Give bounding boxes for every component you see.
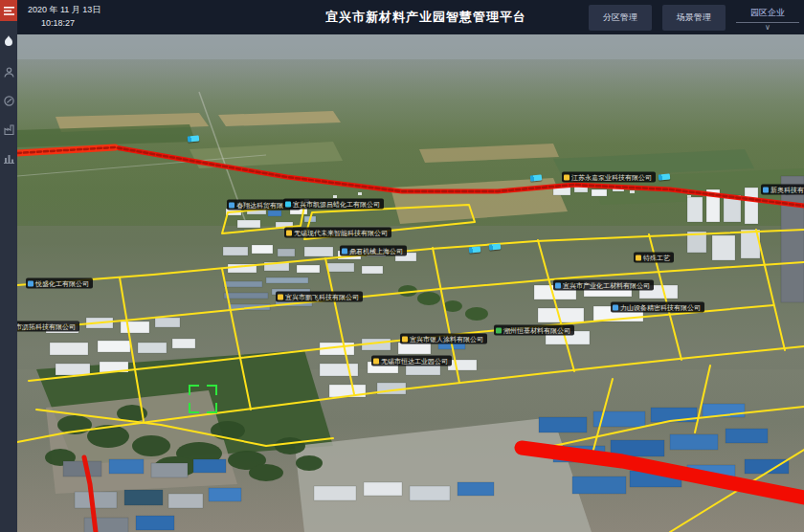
company-map-label[interactable]: 宜兴市产业化工材料有限公司 — [553, 280, 654, 291]
factory-icon — [4, 124, 14, 135]
company-label-text: 宜兴市鹏飞科技有限公司 — [285, 294, 359, 300]
hamburger-menu-button[interactable] — [0, 0, 17, 21]
app-window: 2020 年 11 月 13日 10:18:27 宜兴市新材料产业园智慧管理平台… — [0, 0, 804, 532]
company-map-label[interactable]: 无锡现代未来智能科技有限公司 — [284, 228, 391, 238]
map-terrain — [17, 34, 804, 532]
truck-icon[interactable] — [188, 135, 200, 142]
company-map-label[interactable]: 力山设备精密科技有限公司 — [611, 302, 704, 313]
company-marker-icon — [28, 280, 34, 286]
truck-icon[interactable] — [489, 243, 502, 250]
company-map-label[interactable]: 宜兴市凯源昌蜡化工有限公司 — [283, 199, 384, 210]
company-marker-icon — [496, 327, 502, 333]
company-label-text: 无锡现代未来智能科技有限公司 — [294, 230, 388, 236]
company-map-label[interactable]: 新奥科技有限公司 — [761, 185, 804, 195]
company-map-label[interactable]: 鼎君机械上海公司 — [340, 246, 407, 256]
company-marker-icon — [763, 187, 769, 192]
left-toolbar — [0, 0, 17, 532]
top-header: 2020 年 11 月 13日 10:18:27 宜兴市新材料产业园智慧管理平台… — [17, 0, 804, 34]
company-marker-icon — [402, 336, 408, 342]
company-marker-icon — [286, 230, 292, 235]
company-marker-icon — [555, 282, 561, 288]
alarm-tool-button[interactable] — [0, 29, 17, 54]
zone-management-button[interactable]: 分区管理 — [589, 5, 652, 31]
company-marker-icon — [278, 294, 283, 299]
hamburger-icon — [4, 2, 14, 19]
company-label-text: 悦盛化工有限公司 — [35, 280, 89, 287]
gauge-icon — [4, 96, 14, 106]
company-label-text: 市沥拓科技有限公司 — [17, 323, 76, 330]
company-marker-icon — [564, 174, 570, 180]
bracket-corner — [207, 403, 217, 413]
company-label-text: 宜兴市产业化工材料有限公司 — [563, 282, 650, 289]
company-map-label[interactable]: 宜兴市鹏飞科技有限公司 — [276, 292, 363, 302]
company-map-label[interactable]: 无锡市恒达工业园公司 — [371, 356, 452, 366]
company-map-label[interactable]: 江苏永嘉泵业科技有限公司 — [562, 172, 656, 183]
selection-bracket — [189, 385, 217, 413]
company-map-label[interactable]: 潮州恒基材料有限公司 — [494, 325, 574, 336]
flame-icon — [4, 35, 13, 47]
statistics-tool-button[interactable] — [0, 145, 17, 170]
company-label-text: 宜兴市银人涂料有限公司 — [410, 336, 483, 343]
company-marker-icon — [342, 248, 347, 254]
company-label-text: 力山设备精密科技有限公司 — [620, 304, 701, 311]
header-actions: 分区管理 场景管理 园区企业 ∨ — [589, 5, 799, 33]
company-label-text: 特殊工艺 — [643, 255, 670, 261]
truck-icon[interactable] — [659, 173, 671, 180]
map-3d-scene[interactable]: 春翔达科贸有限公司宜兴市凯源昌蜡化工有限公司无锡现代未来智能科技有限公司鼎君机械… — [17, 34, 804, 532]
company-map-label[interactable]: 宜兴市银人涂料有限公司 — [400, 334, 487, 344]
company-marker-icon — [613, 304, 618, 310]
dropdown-label: 园区企业 — [736, 7, 799, 23]
personnel-tool-button[interactable] — [0, 59, 17, 84]
company-label-text: 无锡市恒达工业园公司 — [381, 358, 448, 365]
bar-chart-icon — [4, 153, 14, 164]
bracket-corner — [189, 403, 199, 413]
company-marker-icon — [285, 201, 291, 207]
enterprise-tool-button[interactable] — [0, 117, 17, 142]
company-label-text: 鼎君机械上海公司 — [349, 248, 403, 255]
company-label-text: 新奥科技有限公司 — [770, 187, 804, 193]
park-enterprise-dropdown[interactable]: 园区企业 ∨ — [736, 5, 799, 33]
company-label-text: 江苏永嘉泵业科技有限公司 — [571, 174, 652, 181]
chevron-down-icon: ∨ — [736, 23, 799, 33]
monitor-tool-button[interactable] — [0, 88, 17, 113]
company-marker-icon — [373, 358, 379, 364]
bracket-corner — [189, 385, 199, 395]
company-map-label[interactable]: 市沥拓科技有限公司 — [17, 321, 79, 332]
company-map-label[interactable]: 特殊工艺 — [634, 253, 674, 263]
company-map-label[interactable]: 悦盛化工有限公司 — [26, 278, 93, 289]
company-label-text: 宜兴市凯源昌蜡化工有限公司 — [293, 201, 380, 208]
company-marker-icon — [229, 202, 234, 208]
scene-management-button[interactable]: 场景管理 — [662, 5, 726, 31]
bracket-corner — [207, 385, 217, 395]
company-label-text: 潮州恒基材料有限公司 — [503, 327, 570, 334]
truck-icon[interactable] — [530, 174, 543, 181]
person-icon — [4, 67, 14, 78]
truck-icon[interactable] — [469, 246, 481, 253]
company-marker-icon — [636, 255, 641, 260]
